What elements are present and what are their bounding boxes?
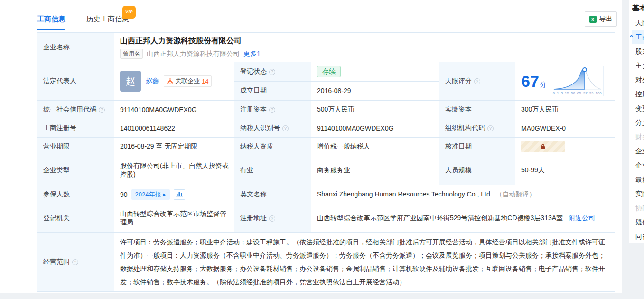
insured-count: 90 bbox=[120, 191, 128, 198]
cell-address: 山西转型综合改革示范区学府产业园南中环街529号清控创新基地CD裙楼3层313A… bbox=[311, 204, 615, 233]
sidebar-item-label: 实际 bbox=[635, 190, 644, 197]
business-info-panel: 工商信息 历史工商信息 VIP x 导出 企业名称 山西正邦人力资源科技股份有限… bbox=[0, 0, 622, 293]
top-divider bbox=[29, 4, 622, 4]
sidebar-item-13[interactable]: 协同 bbox=[632, 201, 644, 215]
tab-business-info[interactable]: 工商信息 bbox=[37, 13, 65, 28]
sidebar-item-3[interactable]: 主要 bbox=[632, 58, 644, 73]
help-icon[interactable]: ? bbox=[282, 125, 289, 131]
label-est-date: 成立日期 bbox=[234, 81, 311, 101]
auto-translate-note: （自动翻译） bbox=[496, 190, 536, 198]
business-scope: 许可项目：劳务派遣服务；职业中介活动；建设工程施工。（依法须经批准的项目，经相关… bbox=[120, 235, 610, 289]
excel-icon: x bbox=[589, 16, 597, 23]
sidebar-item-11[interactable]: 最新 bbox=[632, 172, 644, 187]
anchor-sidebar: 基本 天眼工商股东主要对外控股变更分支财务企业企业最新实际协同疑似同行 bbox=[629, 0, 644, 243]
cell-staff-size: 50-99人 bbox=[515, 156, 615, 185]
score-distribution-chart: 0131550859799100 bbox=[551, 66, 604, 96]
score-tick: 15 bbox=[565, 91, 569, 95]
label-tyc-score: 天眼评分? bbox=[439, 62, 515, 101]
sidebar-item-2[interactable]: 股东 bbox=[632, 44, 644, 58]
active-anchor-dot bbox=[630, 35, 633, 37]
tab-bar: 工商信息 历史工商信息 VIP bbox=[37, 13, 129, 28]
score-tick: 85 bbox=[577, 91, 581, 95]
help-icon[interactable]: ? bbox=[269, 215, 275, 222]
label-legal-rep: 法定代表人 bbox=[37, 62, 114, 101]
sidebar-items: 天眼工商股东主要对外控股变更分支财务企业企业最新实际协同疑似同行 bbox=[629, 16, 644, 243]
tab-business-info-label: 工商信息 bbox=[37, 15, 65, 23]
sidebar-item-15[interactable]: 同行 bbox=[632, 229, 644, 243]
score-unit: 分 bbox=[540, 81, 547, 88]
export-button[interactable]: x 导出 bbox=[585, 11, 617, 27]
cell-scope: 许可项目：劳务派遣服务；职业中介活动；建设工程施工。（依法须经批准的项目，经相关… bbox=[114, 233, 615, 292]
sidebar-item-8[interactable]: 财务 bbox=[632, 130, 644, 144]
sidebar-item-1[interactable]: 工商 bbox=[632, 30, 644, 44]
sidebar-header: 基本 bbox=[629, 0, 644, 16]
score-tick: 1 bbox=[557, 91, 559, 95]
label-company-name: 企业名称 bbox=[37, 33, 114, 62]
sidebar-item-label: 同行 bbox=[635, 233, 644, 240]
legal-rep-link[interactable]: 赵鑫 bbox=[146, 77, 159, 85]
sidebar-item-label: 变更 bbox=[635, 104, 644, 112]
sidebar-item-label: 工商 bbox=[635, 33, 644, 41]
tab-history-business-info[interactable]: 历史工商信息 VIP bbox=[86, 13, 129, 28]
insured-trend-button[interactable] bbox=[174, 189, 185, 200]
label-address: 注册地址? bbox=[234, 204, 311, 233]
related-companies-count: 14 bbox=[202, 78, 208, 85]
sidebar-item-label: 协同 bbox=[635, 204, 644, 212]
cell-company-type: 股份有限公司(非上市、自然人投资或控股) bbox=[114, 156, 234, 185]
cell-reg-status: 存续 bbox=[311, 62, 439, 82]
label-scope: 经营范围? bbox=[37, 233, 114, 292]
cell-uscc: 91140100MA0GWDEX0G bbox=[114, 101, 234, 119]
label-industry: 行业 bbox=[234, 156, 311, 185]
caret-icon: ▸ bbox=[163, 191, 166, 198]
sidebar-item-10[interactable]: 企业 bbox=[632, 158, 644, 172]
sidebar-item-0[interactable]: 天眼 bbox=[632, 16, 644, 30]
cell-insured: 90 2024年报 ▸ bbox=[114, 185, 234, 204]
status-badge: 存续 bbox=[317, 66, 341, 77]
help-icon[interactable]: ? bbox=[269, 107, 275, 113]
sidebar-item-9[interactable]: 企业 bbox=[632, 144, 644, 158]
help-icon[interactable]: ? bbox=[487, 125, 494, 131]
help-icon[interactable]: ? bbox=[269, 69, 275, 75]
sidebar-item-6[interactable]: 变更 bbox=[632, 101, 644, 115]
help-icon[interactable]: ? bbox=[72, 259, 78, 265]
score-value: 67 bbox=[521, 72, 539, 90]
sidebar-item-12[interactable]: 实际 bbox=[632, 187, 644, 201]
help-icon[interactable]: ? bbox=[474, 78, 480, 84]
org-chart-icon bbox=[167, 78, 173, 84]
help-icon[interactable]: ? bbox=[99, 107, 105, 113]
score-tick: 99 bbox=[589, 91, 594, 95]
cell-reg-number: 140100061148622 bbox=[114, 119, 234, 138]
sidebar-item-5[interactable]: 控股 bbox=[632, 87, 644, 101]
company-name: 山西正邦人力资源科技股份有限公司 bbox=[120, 36, 610, 46]
label-approval-date: 核准日期 bbox=[439, 138, 515, 156]
bar-chart-icon bbox=[176, 191, 183, 197]
label-reg-status: 登记状态? bbox=[234, 62, 311, 82]
label-staff-size: 人员规模 bbox=[439, 156, 515, 185]
active-tab-underline bbox=[37, 29, 65, 30]
sidebar-item-4[interactable]: 对外 bbox=[632, 73, 644, 87]
business-info-table: 企业名称 山西正邦人力资源科技股份有限公司 曾用名 山西正邦人力资源科技有限公司… bbox=[37, 32, 615, 292]
related-companies-label: 关联企业 bbox=[175, 77, 200, 85]
sidebar-item-label: 疑似 bbox=[635, 218, 644, 226]
sidebar-item-7[interactable]: 分支 bbox=[632, 115, 644, 130]
nearby-companies-link[interactable]: 附近公司 bbox=[569, 214, 595, 222]
cell-industry: 商务服务业 bbox=[311, 156, 439, 185]
sidebar-item-label: 分支 bbox=[635, 119, 644, 126]
label-company-type: 企业类型 bbox=[37, 156, 114, 185]
sidebar-item-label: 企业 bbox=[635, 161, 644, 169]
tyc-score: 67分 bbox=[521, 65, 610, 97]
label-reg-authority: 登记机关 bbox=[37, 204, 114, 233]
legal-rep-avatar[interactable]: 赵 bbox=[120, 71, 141, 92]
cell-org-code: MA0GWDEX-0 bbox=[515, 119, 615, 138]
english-name: Shanxi Zhengbang Human Resources Technol… bbox=[317, 190, 492, 198]
score-tick: 97 bbox=[583, 91, 588, 95]
sidebar-item-label: 天眼 bbox=[635, 19, 644, 27]
sidebar-item-14[interactable]: 疑似 bbox=[632, 215, 644, 229]
label-paid-capital: 实缴资本 bbox=[439, 101, 515, 119]
more-former-names-link[interactable]: 更多1 bbox=[243, 50, 261, 58]
cell-reg-capital: 500万人民币 bbox=[311, 101, 439, 119]
cell-english-name: Shanxi Zhengbang Human Resources Technol… bbox=[311, 185, 615, 204]
related-companies-badge[interactable]: 关联企业 14 bbox=[164, 75, 212, 87]
locked-value[interactable] bbox=[521, 141, 565, 152]
annual-report-badge[interactable]: 2024年报 ▸ bbox=[131, 189, 170, 200]
